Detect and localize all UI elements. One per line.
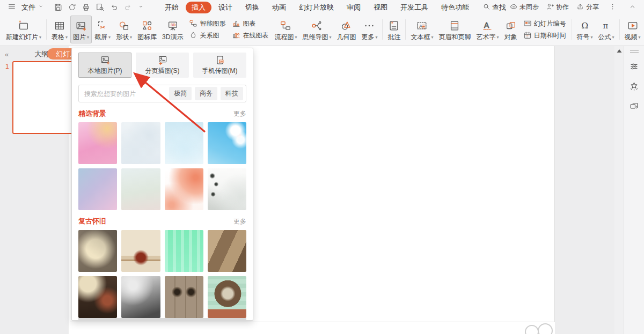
share-button[interactable]: 分享 — [576, 2, 599, 12]
dropdown-action-phone-transfer[interactable]: 手机传图(M) — [193, 53, 246, 78]
assistant-peek-circle[interactable] — [538, 323, 553, 334]
ribbon-button-new-slide[interactable]: * 新建幻灯片▾ — [3, 16, 44, 43]
thumbnail-vintage-notebook-quill[interactable] — [78, 230, 117, 272]
menu-tab[interactable]: 动画 — [266, 2, 292, 13]
find-button[interactable]: 查找 — [482, 3, 506, 12]
thumbnail-light-blue-sky-wash[interactable] — [165, 122, 203, 164]
menu-tab[interactable]: 切换 — [239, 2, 265, 13]
slide-thumbnail[interactable] — [12, 61, 76, 134]
thumbnail-sepia-photo-collage[interactable] — [208, 230, 246, 272]
thumbnail-coral-watercolor-flowers[interactable] — [165, 168, 203, 210]
thumbnail-pastel-mist-gradient[interactable] — [121, 168, 160, 210]
page-illustration-icon — [157, 55, 168, 65]
ribbon-button-comment[interactable]: * 批注 — [385, 16, 403, 43]
menu-tab[interactable]: 幻灯片放映 — [293, 2, 340, 13]
ribbon-button-video[interactable]: 视频▾ — [622, 16, 643, 43]
menu-tab[interactable]: 审阅 — [341, 2, 367, 13]
thumbnail-pale-blue-cactus[interactable] — [121, 122, 160, 164]
menu-tab[interactable]: 设计 — [213, 2, 238, 13]
menu-tab[interactable]: 开发工具 — [394, 2, 434, 13]
sync-status-button[interactable]: 未同步 — [509, 2, 539, 12]
ribbon-button-wordart[interactable]: A 艺术字▾ — [473, 16, 501, 43]
thumbnail-pocket-watch-camera-desk[interactable] — [78, 276, 117, 318]
ribbon-button-flow-chart[interactable]: 流程图▾ — [272, 16, 299, 43]
ribbon-button-header-footer[interactable]: 页眉和页脚 — [436, 16, 473, 43]
ribbon-button-formula[interactable]: π 公式▾ — [596, 16, 617, 43]
properties-sliders-button[interactable] — [629, 61, 639, 73]
ribbon-button-online-chart[interactable]: 在线图表 — [230, 31, 270, 41]
dropdown-arrow-icon: ▾ — [329, 35, 331, 40]
ribbon-button-label: 在线图表 — [243, 31, 268, 40]
output-button[interactable] — [65, 2, 78, 13]
ribbon-button-symbol[interactable]: Ω 符号▾ — [574, 16, 596, 43]
dropdown-action-page-illustration[interactable]: 分页插图(S) — [136, 53, 189, 78]
symbol-icon: Ω — [579, 20, 591, 32]
share-label: 分享 — [586, 3, 599, 12]
menu-tab[interactable]: 视图 — [368, 2, 393, 13]
assistant-peek-circle[interactable] — [525, 325, 539, 334]
section-more-link[interactable]: 更多 — [233, 109, 246, 118]
file-menu[interactable]: 文件 — [21, 3, 44, 12]
thumbnail-purple-blue-gradient[interactable] — [78, 168, 117, 210]
dropdown-action-local-picture[interactable]: 本地图片(P) — [78, 53, 131, 78]
chevron-up-icon — [628, 3, 636, 12]
ribbon-button-more-dots[interactable]: 更多▾ — [358, 16, 380, 43]
redo-button[interactable] — [121, 2, 134, 13]
collaborate-button[interactable]: 协作 — [546, 2, 569, 12]
search-tag-0[interactable]: 极简 — [169, 87, 192, 100]
thumbnail-steam-train-bw[interactable] — [121, 276, 160, 318]
more-options-button[interactable] — [606, 2, 619, 13]
ribbon-button-picture[interactable]: 图片▾ — [70, 16, 92, 43]
collapse-ribbon-button[interactable] — [626, 2, 639, 13]
thumbnail-blue-sky-paper-plane[interactable] — [208, 122, 246, 164]
thumbnail-wooden-door-ring-handles[interactable] — [165, 276, 203, 318]
ribbon-button-textbox[interactable]: A 文本框▾ — [408, 16, 436, 43]
thumbnail-red-bell-on-shelf[interactable] — [121, 230, 160, 272]
ribbon-button-mind-map[interactable]: 思维导图▾ — [299, 16, 334, 43]
ribbon-button-icon-library[interactable]: 图标库 — [135, 16, 159, 43]
section-more-link[interactable]: 更多 — [233, 217, 246, 226]
ribbon-button-smart-graphic[interactable]: 智能图形 — [187, 19, 227, 29]
rail-drag-handle[interactable] — [630, 50, 639, 53]
search-tag-2[interactable]: 科技 — [221, 87, 243, 100]
ribbon-button-geometry[interactable]: 几何图 — [334, 16, 358, 43]
ribbon-button-object[interactable]: 对象 — [502, 16, 520, 43]
menu-tab[interactable]: 插入 — [186, 2, 211, 13]
ribbon-button-label: 更多 — [361, 33, 374, 42]
chev-up-icon — [628, 3, 636, 11]
thumbnail-pink-watercolor-crane[interactable] — [78, 122, 117, 164]
save-button[interactable] — [52, 2, 64, 13]
ribbon-button-relation-chart[interactable]: 关系图 — [187, 31, 227, 41]
effects-star-button[interactable] — [629, 81, 639, 93]
search-tags: 极简商务科技 — [169, 87, 243, 100]
customize-quick-access-button[interactable] — [134, 2, 147, 13]
search-tag-1[interactable]: 商务 — [195, 87, 217, 100]
ribbon-button-slide-number[interactable]: 幻灯片编号 — [522, 19, 568, 29]
undo-button[interactable] — [107, 2, 120, 13]
kebab-icon — [609, 3, 617, 11]
hamburger-menu-button[interactable] — [5, 2, 18, 13]
mind-map-icon — [311, 20, 323, 32]
ribbon-button-chart[interactable]: 图表 — [230, 19, 270, 29]
thumbnail-ink-mountains-swallows[interactable] — [208, 168, 246, 210]
ribbon-button-shapes[interactable]: 形状▾ — [113, 16, 135, 43]
collapse-panel-button[interactable]: « — [5, 50, 9, 58]
scroll-up-button[interactable] — [614, 47, 624, 55]
menu-tab[interactable]: 特色功能 — [435, 2, 475, 13]
image-search-input[interactable] — [79, 85, 169, 102]
thumbnail-mint-green-vintage-pattern[interactable] — [165, 230, 203, 272]
output-icon — [68, 3, 77, 12]
vertical-scrollbar[interactable] — [614, 46, 624, 334]
preview-button[interactable] — [93, 2, 106, 13]
menu-tab[interactable]: 开始 — [159, 2, 185, 13]
chev-down-icon — [137, 3, 144, 10]
print-button[interactable] — [79, 2, 92, 13]
ribbon-button-table[interactable]: 表格▾ — [49, 16, 70, 43]
more-dots-icon — [363, 20, 375, 32]
ribbon-button-3d-show[interactable]: 3D 3D演示 — [159, 16, 186, 43]
tab-outline[interactable]: 大纲 — [34, 49, 48, 59]
switch-objects-button[interactable] — [629, 101, 639, 113]
thumbnail-vintage-tv-mint-wall[interactable] — [208, 276, 246, 318]
ribbon-button-screenshot[interactable]: ✂ 截屏▾ — [92, 16, 113, 43]
ribbon-button-datetime[interactable]: 日期和时间 — [522, 31, 568, 41]
